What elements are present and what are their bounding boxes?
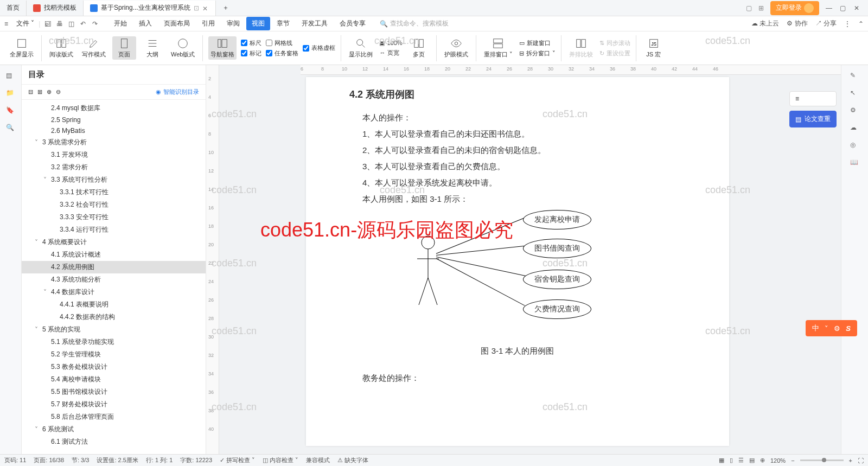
view-layout-icon[interactable]: ▦ bbox=[719, 457, 724, 464]
collapse-all-icon[interactable]: ⊟ bbox=[28, 88, 33, 95]
smart-recognize-button[interactable]: ◉智能识别目录 bbox=[156, 88, 199, 96]
pagewidth-button[interactable]: ↔ 页宽 bbox=[379, 49, 402, 57]
expand-all-icon[interactable]: ⊞ bbox=[37, 88, 42, 95]
showratio-button[interactable]: 显示比例 bbox=[347, 36, 375, 60]
view-web-icon[interactable]: ☰ bbox=[738, 457, 744, 464]
status-wordcount[interactable]: 字数: 12223 bbox=[180, 456, 212, 464]
outline-item[interactable]: 5.4 离校申请模块 bbox=[22, 373, 206, 386]
float-menu-button[interactable]: ≡ bbox=[789, 91, 837, 106]
tab-chapter[interactable]: 章节 bbox=[271, 17, 295, 30]
tab-insert[interactable]: 插入 bbox=[133, 17, 157, 30]
tab-devtools[interactable]: 开发工具 bbox=[296, 17, 333, 30]
outline-item[interactable]: ˅5 系统的实现 bbox=[22, 323, 206, 336]
outline-item[interactable]: 5.7 财务处模块设计 bbox=[22, 398, 206, 411]
cursor-tool-icon[interactable]: ↖ bbox=[850, 89, 860, 99]
collapse-icon[interactable]: ⌃ bbox=[858, 20, 864, 28]
outline-item[interactable]: 3.3.3 安全可行性 bbox=[22, 211, 206, 224]
outline-item[interactable]: 3.3.4 运行可行性 bbox=[22, 224, 206, 236]
bookmark-icon[interactable]: 🔖 bbox=[6, 106, 16, 116]
edit-tool-icon[interactable]: ✎ bbox=[850, 72, 860, 81]
zoom-slider[interactable] bbox=[800, 459, 844, 461]
outline-list[interactable]: 2.4 mysql 数据库2.5 Spring2.6 MyBatis˅3 系统需… bbox=[22, 100, 206, 454]
view-outline-icon[interactable]: ▤ bbox=[749, 457, 755, 464]
tab-reference[interactable]: 引用 bbox=[196, 17, 220, 30]
tabledash-checkbox[interactable]: 表格虚框 bbox=[303, 44, 335, 52]
outline-item[interactable]: 4.4.1 表概要说明 bbox=[22, 298, 206, 311]
status-missingfont[interactable]: ⚠ 缺失字体 bbox=[337, 456, 368, 464]
status-page[interactable]: 页面: 16/38 bbox=[34, 456, 64, 464]
outline-item[interactable]: 4.4.2 数据表的结构 bbox=[22, 311, 206, 323]
outline-item[interactable]: ˅6 系统测试 bbox=[22, 423, 206, 436]
view-page-icon[interactable]: ▯ bbox=[730, 457, 733, 464]
newwindow-button[interactable]: ▭ 新建窗口 bbox=[519, 39, 556, 47]
tab-member[interactable]: 会员专享 bbox=[334, 17, 371, 30]
tab-document[interactable]: 基于Spring...业生离校管理系统⊡✕ bbox=[84, 1, 216, 16]
outline-item[interactable]: 5.2 学生管理模块 bbox=[22, 348, 206, 361]
navpane-button[interactable]: 导航窗格 bbox=[208, 36, 237, 60]
fullscreen-button[interactable]: 全屏显示 bbox=[8, 36, 36, 60]
outline-item[interactable]: 2.5 Spring bbox=[22, 114, 206, 125]
redo-icon[interactable]: ↷ bbox=[92, 20, 100, 28]
ruler-checkbox[interactable]: 标尺 bbox=[241, 39, 261, 47]
command-search[interactable]: 🔍 查找命令、搜索模板 bbox=[375, 18, 453, 29]
status-compat[interactable]: 兼容模式 bbox=[306, 456, 330, 464]
save-icon[interactable]: 🗟 bbox=[44, 20, 52, 28]
tab-start[interactable]: 开始 bbox=[108, 17, 132, 30]
zoom-fit-icon[interactable]: ⊕ bbox=[760, 457, 765, 464]
zoom-in-icon[interactable]: + bbox=[849, 457, 852, 464]
outline-item[interactable]: 5.1 系统登录功能实现 bbox=[22, 336, 206, 348]
collab-button[interactable]: ⚙ 协作 bbox=[787, 19, 807, 28]
outline-item[interactable]: 3.3.1 技术可行性 bbox=[22, 186, 206, 199]
readmode-button[interactable]: 阅读版式 bbox=[47, 36, 75, 60]
preview-icon[interactable]: ◫ bbox=[68, 20, 76, 28]
zoom100-button[interactable]: ▣ 100% bbox=[379, 40, 402, 47]
status-spellcheck[interactable]: ✓ 拼写检查 ˅ bbox=[220, 456, 255, 464]
undo-icon[interactable]: ↶ bbox=[80, 20, 88, 28]
file-menu[interactable]: 文件 ˅ bbox=[16, 19, 34, 28]
print-icon[interactable]: 🖶 bbox=[56, 20, 64, 28]
more-icon[interactable]: ⋮ bbox=[844, 20, 851, 28]
minimize-icon[interactable]: — bbox=[826, 4, 833, 12]
status-rowcol[interactable]: 行: 1 列: 1 bbox=[146, 456, 173, 464]
outline-item[interactable]: ˅3.3 系统可行性分析 bbox=[22, 174, 206, 186]
outline-item[interactable]: 3.3.2 社会可行性 bbox=[22, 199, 206, 211]
tab-home[interactable]: 首页 bbox=[0, 1, 27, 16]
status-page-code[interactable]: 页码: 11 bbox=[4, 456, 26, 464]
outline-item[interactable]: ˅4 系统概要设计 bbox=[22, 236, 206, 248]
outline-item[interactable]: 4.3 系统功能分析 bbox=[22, 273, 206, 286]
status-section[interactable]: 节: 3/3 bbox=[72, 456, 89, 464]
gridlines-checkbox[interactable]: 网格线 bbox=[266, 39, 298, 47]
multipage-button[interactable]: 多页 bbox=[407, 36, 431, 60]
outline-item[interactable]: 3.2 需求分析 bbox=[22, 161, 206, 174]
outline-item[interactable]: ˅4.4 数据库设计 bbox=[22, 286, 206, 298]
add-section-icon[interactable]: ⊕ bbox=[47, 88, 52, 95]
pagemode-button[interactable]: 页面 bbox=[112, 36, 136, 60]
outline-item[interactable]: 3.1 开发环境 bbox=[22, 149, 206, 161]
layout-icon[interactable]: ▢ bbox=[746, 4, 752, 12]
search-tab-icon[interactable]: 🔍 bbox=[6, 124, 16, 133]
settings-tool-icon[interactable]: ⚙ bbox=[850, 106, 860, 116]
status-contentcheck[interactable]: ◫ 内容检查 ˅ bbox=[263, 456, 298, 464]
tab-template[interactable]: 找稻壳模板 bbox=[27, 1, 84, 16]
login-button[interactable]: 立即登录 bbox=[770, 1, 819, 15]
fullscreen-toggle-icon[interactable]: ⛶ bbox=[858, 457, 864, 464]
close-icon[interactable]: ✕ bbox=[202, 5, 209, 11]
outline-item[interactable]: 5.3 教务处模块设计 bbox=[22, 361, 206, 373]
outline-item[interactable]: ˅3 系统需求分析 bbox=[22, 136, 206, 149]
document-page[interactable]: 4.2 系统用例图 本人的操作： 1、本人可以登录查看自己的未归还图书信息。 2… bbox=[306, 77, 729, 446]
target-tool-icon[interactable]: ◎ bbox=[850, 141, 860, 151]
ime-badge[interactable]: 中˅⚙S bbox=[806, 320, 857, 336]
cloud-status[interactable]: ☁ 未上云 bbox=[751, 19, 779, 28]
remove-section-icon[interactable]: ⊖ bbox=[56, 88, 61, 95]
eyeprotect-button[interactable]: 护眼模式 bbox=[442, 36, 470, 60]
jsmacro-button[interactable]: JSJS 宏 bbox=[642, 36, 666, 60]
document-viewport[interactable]: 6810121416182022242628303234363840424446… bbox=[219, 65, 841, 454]
outline-item[interactable]: 4.2 系统用例图 bbox=[22, 261, 206, 273]
share-button[interactable]: ↗ 分享 bbox=[815, 19, 837, 28]
zoom-out-icon[interactable]: − bbox=[791, 457, 794, 464]
outline-tab-icon[interactable]: ▤ bbox=[6, 72, 16, 81]
tab-view[interactable]: 视图 bbox=[246, 17, 270, 30]
markup-checkbox[interactable]: 标记 bbox=[241, 49, 261, 58]
outline-item[interactable]: 4.1 系统设计概述 bbox=[22, 248, 206, 261]
outline-item[interactable]: 2.6 MyBatis bbox=[22, 125, 206, 136]
